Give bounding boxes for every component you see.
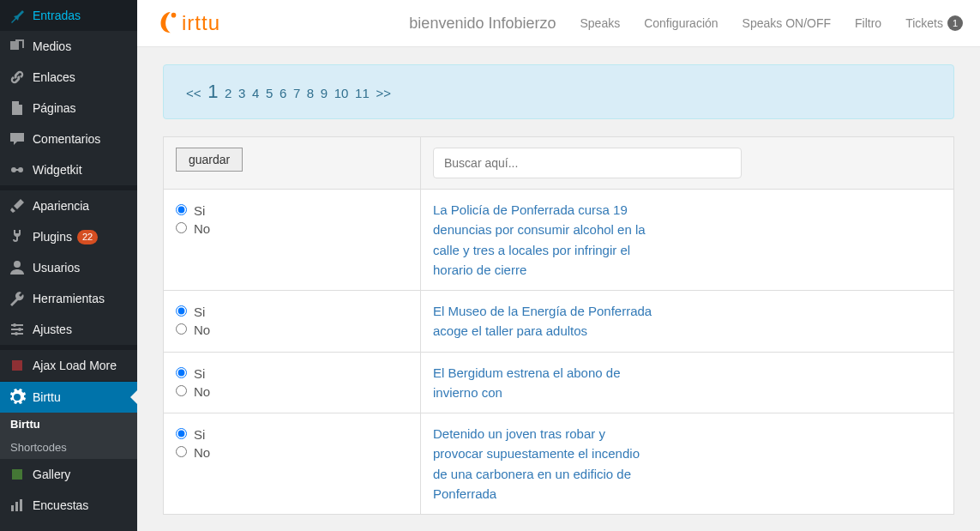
pager-next[interactable]: >> (376, 86, 391, 100)
sidebar-item-label: Páginas (33, 101, 76, 115)
sidebar-item-label: Usuarios (33, 261, 80, 275)
pager-page-10[interactable]: 10 (334, 86, 349, 100)
topnav-label: Speaks (580, 16, 620, 30)
pager-page-4[interactable]: 4 (252, 86, 259, 100)
sidebar-item-encuestas[interactable]: Encuestas (0, 490, 137, 521)
post-title-link[interactable]: La Policía de Ponferrada cursa 19 denunc… (433, 200, 656, 280)
topnav-tickets[interactable]: Tickets1 (905, 15, 963, 31)
posts-table: guardar SiNoLa Policía de Ponferrada cur… (163, 136, 954, 515)
sidebar-item-entradas[interactable]: Entradas (0, 0, 137, 31)
sidebar-item-comentarios[interactable]: Comentarios (0, 124, 137, 154)
topnav-speaks[interactable]: Speaks (580, 16, 620, 30)
post-title-link[interactable]: El Bergidum estrena el abono de invierno… (433, 363, 656, 403)
svg-rect-7 (15, 502, 18, 511)
svg-point-4 (18, 328, 21, 331)
pager-page-7[interactable]: 7 (293, 86, 300, 100)
svg-rect-6 (11, 505, 14, 511)
pager-page-11[interactable]: 11 (355, 86, 370, 100)
pager-current[interactable]: 1 (207, 81, 218, 102)
table-row: SiNoLa Policía de Ponferrada cursa 19 de… (164, 190, 954, 291)
option-si[interactable]: Si (176, 305, 408, 319)
admin-sidebar: EntradasMediosEnlacesPáginasComentariosW… (0, 0, 137, 531)
pager-page-5[interactable]: 5 (266, 86, 273, 100)
sidebar-item-enlaces[interactable]: Enlaces (0, 62, 137, 93)
option-no[interactable]: No (176, 323, 408, 337)
logo-icon (154, 10, 180, 36)
option-label: No (194, 221, 210, 236)
topnav-label: Filtro (855, 16, 881, 30)
sidebar-item-herramientas[interactable]: Herramientas (0, 283, 137, 314)
sidebar-item-páginas[interactable]: Páginas (0, 93, 137, 124)
option-no[interactable]: No (176, 384, 408, 399)
sidebar-item-label: Birttu (33, 390, 61, 404)
option-si[interactable]: Si (176, 366, 408, 381)
radio-si[interactable] (176, 204, 187, 215)
svg-point-9 (171, 13, 177, 18)
sidebar-item-label: Gallery (33, 468, 70, 481)
save-button[interactable]: guardar (176, 148, 243, 172)
radio-si[interactable] (176, 428, 187, 439)
bars-icon (9, 497, 26, 514)
sidebar-item-birttu[interactable]: Birttu (0, 382, 137, 413)
sidebar-submenu: BirttuShortcodes (0, 413, 137, 459)
option-label: Si (194, 305, 205, 319)
option-si[interactable]: Si (176, 427, 408, 442)
sidebar-item-ajax-load-more[interactable]: Ajax Load More (0, 350, 137, 381)
topbar: irttu bienvenido Infobierzo SpeaksConfig… (137, 0, 980, 47)
topnav-configuración[interactable]: Configuración (644, 16, 718, 30)
pager-page-3[interactable]: 3 (238, 86, 245, 100)
sidebar-item-gallery[interactable]: Gallery (0, 459, 137, 490)
option-no[interactable]: No (176, 221, 408, 236)
option-label: No (194, 445, 210, 460)
pager-page-9[interactable]: 9 (321, 86, 328, 100)
content: << 1 2 3 4 5 6 7 8 9 10 11 >> guardar Si… (137, 47, 980, 531)
logo: irttu (154, 10, 220, 36)
radio-si[interactable] (176, 305, 187, 317)
comment-icon (9, 130, 26, 148)
topnav-speaks-on-off[interactable]: Speaks ON/OFF (743, 16, 831, 30)
radio-si[interactable] (176, 367, 187, 378)
sidebar-item-widgetkit[interactable]: Widgetkit (0, 154, 137, 185)
pager-page-2[interactable]: 2 (225, 86, 231, 100)
welcome-text: bienvenido Infobierzo (409, 15, 556, 33)
search-input[interactable] (433, 148, 742, 178)
sidebar-item-ajustes[interactable]: Ajustes (0, 314, 137, 345)
gear-icon (9, 389, 26, 406)
sidebar-item-plugins[interactable]: Plugins22 (0, 221, 137, 252)
radio-no[interactable] (176, 446, 187, 457)
svg-point-5 (15, 332, 18, 335)
sidebar-item-medios[interactable]: Medios (0, 31, 137, 62)
plug-icon (9, 228, 26, 245)
option-label: No (194, 384, 210, 399)
submenu-item-birttu[interactable]: Birttu (0, 413, 137, 436)
pager-prev[interactable]: << (186, 86, 201, 100)
link-icon (9, 69, 26, 86)
svg-rect-8 (20, 499, 22, 511)
post-title-link[interactable]: Detenido un joven tras robar y provocar … (433, 424, 656, 504)
wrench-icon (9, 290, 26, 307)
option-no[interactable]: No (176, 445, 408, 460)
sidebar-item-usuarios[interactable]: Usuarios (0, 252, 137, 283)
sidebar-item-label: Apariencia (33, 199, 89, 213)
sidebar-item-apariencia[interactable]: Apariencia (0, 190, 137, 221)
radio-no[interactable] (176, 385, 187, 396)
svg-point-2 (14, 261, 21, 268)
sliders-icon (9, 321, 26, 338)
table-row: SiNoDetenido un joven tras robar y provo… (164, 413, 954, 515)
update-badge: 22 (77, 230, 98, 244)
submenu-item-shortcodes[interactable]: Shortcodes (0, 436, 137, 459)
topnav-label: Speaks ON/OFF (743, 16, 831, 30)
sidebar-item-label: Enlaces (33, 70, 75, 84)
topnav-filtro[interactable]: Filtro (855, 16, 881, 30)
radio-no[interactable] (176, 222, 187, 233)
radio-no[interactable] (176, 323, 187, 335)
topnav-label: Tickets (905, 16, 943, 30)
pin-icon (9, 7, 26, 24)
sidebar-item-label: Comentarios (33, 132, 100, 146)
svg-point-3 (13, 323, 16, 327)
page-icon (9, 100, 26, 117)
pager-page-6[interactable]: 6 (280, 86, 286, 100)
pager-page-8[interactable]: 8 (307, 86, 314, 100)
post-title-link[interactable]: El Museo de la Energía de Ponferrada aco… (433, 301, 656, 341)
option-si[interactable]: Si (176, 203, 408, 218)
